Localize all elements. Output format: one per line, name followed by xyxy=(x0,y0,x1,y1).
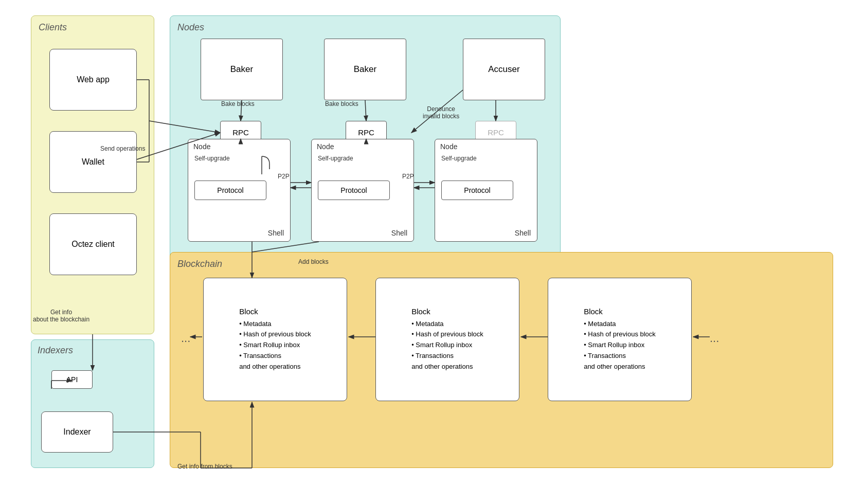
block3-title: Block xyxy=(584,307,656,316)
baker1-box: Baker xyxy=(201,39,283,100)
block2-title: Block xyxy=(411,307,483,316)
block2-item3: Smart Rollup inbox xyxy=(411,340,483,351)
block2-box: Block Metadata Hash of previous block Sm… xyxy=(375,278,519,401)
webapp-box: Web app xyxy=(49,49,137,111)
block1-item1: Metadata xyxy=(239,319,311,330)
block2-item2: Hash of previous block xyxy=(411,329,483,340)
get-info-blockchain-label: Get info about the blockchain xyxy=(33,309,89,323)
bake-blocks1-label: Bake blocks xyxy=(221,100,255,107)
indexers-label: Indexers xyxy=(38,345,73,356)
node3-shell: Node Self-upgrade Protocol Shell xyxy=(435,139,537,242)
nodes-label: Nodes xyxy=(177,22,204,33)
clients-label: Clients xyxy=(39,22,67,33)
node3-label: Node xyxy=(440,142,457,151)
block2-item1: Metadata xyxy=(411,319,483,330)
node1-label: Node xyxy=(193,142,210,151)
block3-box: Block Metadata Hash of previous block Sm… xyxy=(548,278,692,401)
block2-list: Metadata Hash of previous block Smart Ro… xyxy=(411,319,483,372)
self-upgrade1: Self-upgrade xyxy=(194,155,230,162)
node2-shell: Node Self-upgrade Protocol Shell xyxy=(311,139,414,242)
node1-shell: Node Self-upgrade Protocol Shell xyxy=(188,139,291,242)
add-blocks-label: Add blocks xyxy=(298,258,329,265)
wallet-box: Wallet xyxy=(49,131,137,193)
octez-box: Octez client xyxy=(49,213,137,275)
block1-item3: Smart Rollup inbox xyxy=(239,340,311,351)
block2-item4: Transactionsand other operations xyxy=(411,351,483,372)
block1-item2: Hash of previous block xyxy=(239,329,311,340)
send-ops-label: Send operations xyxy=(100,145,145,152)
blockchain-label: Blockchain xyxy=(177,259,222,269)
self-upgrade3: Self-upgrade xyxy=(441,155,477,162)
block1-list: Metadata Hash of previous block Smart Ro… xyxy=(239,319,311,372)
block1-item4: Transactionsand other operations xyxy=(239,351,311,372)
shell2-label: Shell xyxy=(391,229,407,237)
protocol3-box: Protocol xyxy=(441,181,513,200)
block3-item4: Transactionsand other operations xyxy=(584,351,656,372)
ellipsis-right: ... xyxy=(710,332,719,345)
api-box: API xyxy=(51,370,93,389)
block3-item1: Metadata xyxy=(584,319,656,330)
shell1-label: Shell xyxy=(268,229,284,237)
denounce-label: Denounce invalid blocks xyxy=(423,105,459,120)
diagram: Clients Nodes Blockchain Indexers Web ap… xyxy=(0,0,864,504)
block1-title: Block xyxy=(239,307,311,316)
p2p2-label: P2P xyxy=(402,173,414,180)
block1-box: Block Metadata Hash of previous block Sm… xyxy=(203,278,347,401)
block3-list: Metadata Hash of previous block Smart Ro… xyxy=(584,319,656,372)
indexer-box: Indexer xyxy=(41,411,113,453)
bake-blocks2-label: Bake blocks xyxy=(325,100,358,107)
get-info-blocks-label: Get info from blocks xyxy=(177,463,232,470)
self-upgrade2: Self-upgrade xyxy=(318,155,353,162)
protocol2-box: Protocol xyxy=(318,181,390,200)
baker2-box: Baker xyxy=(324,39,406,100)
node2-label: Node xyxy=(317,142,334,151)
protocol1-box: Protocol xyxy=(194,181,266,200)
shell3-label: Shell xyxy=(515,229,531,237)
p2p1-label: P2P xyxy=(278,173,290,180)
block3-item2: Hash of previous block xyxy=(584,329,656,340)
accuser-box: Accuser xyxy=(463,39,545,100)
block3-item3: Smart Rollup inbox xyxy=(584,340,656,351)
ellipsis-left: ... xyxy=(181,332,190,345)
